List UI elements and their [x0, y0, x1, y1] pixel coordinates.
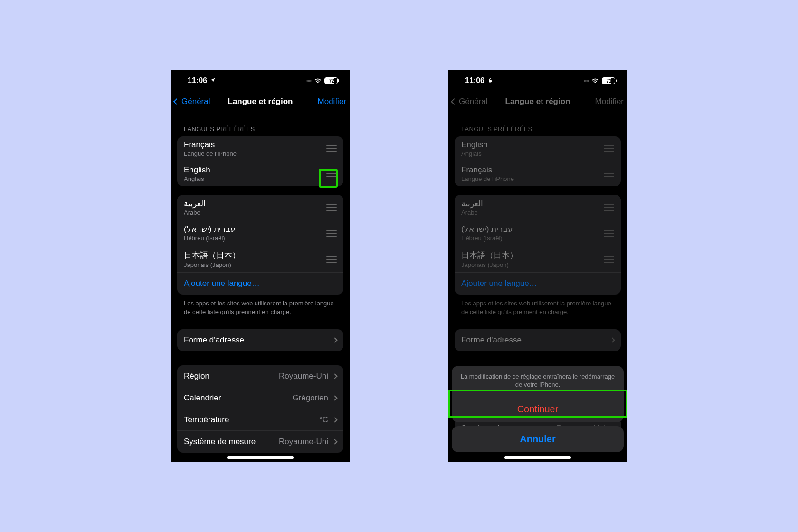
status-time: 11:06	[188, 76, 207, 85]
form-address-group: Forme d'adresse	[177, 329, 343, 351]
other-languages-group: العربية Arabe עברית (ישראל) Hébreu (Isra…	[455, 195, 621, 294]
lang-name: English	[184, 165, 210, 175]
cellular-dots-icon: ••••	[306, 78, 311, 84]
drag-handle-icon	[604, 230, 614, 237]
preferred-languages-group: English Anglais Français Langue de l'iPh…	[455, 136, 621, 186]
form-address-row: Forme d'adresse	[455, 329, 621, 351]
lang-row-arabic[interactable]: العربية Arabe	[177, 195, 343, 220]
wifi-icon	[314, 76, 322, 85]
other-languages-group: العربية Arabe עברית (ישראל) Hébreu (Isra…	[177, 195, 343, 294]
lang-sub: Japonais (Japon)	[461, 261, 518, 268]
lang-name: 日本語（日本）	[184, 250, 240, 261]
lang-row-hebrew: עברית (ישראל) Hébreu (Israël)	[455, 220, 621, 246]
lang-sub: Arabe	[184, 209, 206, 216]
add-language-label: Ajouter une langue…	[184, 279, 260, 288]
lang-sub: Hébreu (Israël)	[184, 235, 236, 242]
back-button[interactable]: Général	[174, 97, 210, 106]
drag-handle-icon	[604, 204, 614, 211]
row-label: Température	[184, 415, 229, 425]
chevron-left-icon	[451, 98, 457, 105]
add-language-button[interactable]: Ajouter une langue…	[177, 273, 343, 294]
form-address-row[interactable]: Forme d'adresse	[177, 329, 343, 351]
chevron-right-icon	[332, 439, 337, 444]
add-language-label: Ajouter une langue…	[461, 279, 537, 288]
cellular-dots-icon: ••••	[584, 78, 589, 84]
chevron-right-icon	[332, 395, 337, 400]
battery-icon: 71	[602, 77, 615, 84]
phone-right: 11:06 •••• 71 Général Langue et région M…	[448, 70, 627, 462]
lang-name: Français	[461, 165, 514, 175]
lang-sub: Japonais (Japon)	[184, 261, 240, 268]
preferred-languages-header: LANGUES PRÉFÉRÉES	[461, 125, 621, 133]
status-bar: 11:06 •••• 71	[448, 70, 627, 91]
status-left: 11:06	[188, 76, 216, 85]
row-label: Système de mesure	[184, 437, 256, 446]
home-indicator[interactable]	[504, 456, 571, 459]
form-address-group: Forme d'adresse	[455, 329, 621, 351]
region-settings-group: Région Royaume-Uni Calendrier Grégorien …	[177, 365, 343, 453]
add-language-button: Ajouter une langue…	[455, 273, 621, 294]
svg-rect-0	[489, 80, 491, 83]
status-right: •••• 72	[306, 76, 338, 85]
lang-name: العربية	[461, 199, 483, 209]
drag-handle-icon[interactable]	[326, 145, 337, 152]
home-indicator[interactable]	[227, 456, 294, 459]
chevron-right-icon	[609, 337, 615, 342]
form-address-label: Forme d'adresse	[184, 335, 244, 345]
lang-sub: Arabe	[461, 209, 483, 216]
chevron-right-icon	[332, 417, 337, 422]
row-value: Royaume-Uni	[279, 437, 328, 446]
drag-handle-icon	[604, 145, 614, 152]
location-icon	[210, 76, 216, 85]
nav-bar: Général Langue et région Modifier	[448, 91, 627, 112]
row-value: Royaume-Uni	[279, 371, 328, 381]
calendar-row[interactable]: Calendrier Grégorien	[177, 387, 343, 409]
row-label: Calendrier	[184, 393, 221, 403]
lang-row-arabic: العربية Arabe	[455, 195, 621, 220]
row-label: Région	[184, 371, 209, 381]
status-left: 11:06	[465, 76, 493, 85]
back-label: Général	[459, 97, 487, 106]
lang-name: العربية	[184, 199, 206, 209]
lang-name: 日本語（日本）	[461, 250, 518, 261]
wifi-icon	[591, 76, 599, 85]
lang-row-francais[interactable]: Français Langue de l'iPhone	[177, 136, 343, 162]
region-row[interactable]: Région Royaume-Uni	[177, 365, 343, 387]
battery-icon: 72	[324, 77, 338, 84]
edit-button[interactable]: Modifier	[318, 97, 346, 106]
drag-handle-icon[interactable]	[326, 256, 337, 263]
back-button: Général	[452, 97, 487, 106]
temperature-row[interactable]: Température °C	[177, 409, 343, 431]
lang-name: English	[461, 140, 488, 150]
lang-row-francais: Français Langue de l'iPhone	[455, 162, 621, 186]
status-right: •••• 71	[584, 76, 615, 85]
languages-footer: Les apps et les sites web utiliseront la…	[177, 294, 343, 321]
lang-name: עברית (ישראל)	[184, 224, 236, 234]
battery-level: 71	[606, 78, 611, 84]
rotation-lock-icon	[487, 76, 493, 85]
cancel-button[interactable]: Annuler	[452, 426, 624, 452]
lang-sub: Anglais	[184, 175, 210, 182]
row-value: Grégorien	[292, 393, 328, 403]
edit-button: Modifier	[595, 97, 624, 106]
highlight-continue	[448, 390, 627, 418]
highlight-english-drag	[319, 169, 338, 188]
form-address-label: Forme d'adresse	[461, 335, 522, 345]
lang-row-english: English Anglais	[455, 136, 621, 162]
lang-name: Français	[184, 140, 237, 150]
chevron-right-icon	[332, 373, 337, 379]
lang-sub: Anglais	[461, 150, 488, 157]
lang-sub: Hébreu (Israël)	[461, 235, 513, 242]
chevron-right-icon	[332, 337, 337, 342]
drag-handle-icon	[604, 256, 614, 263]
languages-footer: Les apps et les sites web utiliseront la…	[455, 294, 621, 321]
drag-handle-icon	[604, 171, 614, 177]
lang-row-japanese[interactable]: 日本語（日本） Japonais (Japon)	[177, 246, 343, 273]
battery-level: 72	[329, 78, 334, 84]
preferred-languages-header: LANGUES PRÉFÉRÉES	[184, 125, 343, 133]
drag-handle-icon[interactable]	[326, 230, 337, 237]
measurement-row[interactable]: Système de mesure Royaume-Uni	[177, 431, 343, 453]
drag-handle-icon[interactable]	[326, 204, 337, 211]
lang-sub: Langue de l'iPhone	[461, 175, 514, 182]
lang-row-hebrew[interactable]: עברית (ישראל) Hébreu (Israël)	[177, 220, 343, 246]
